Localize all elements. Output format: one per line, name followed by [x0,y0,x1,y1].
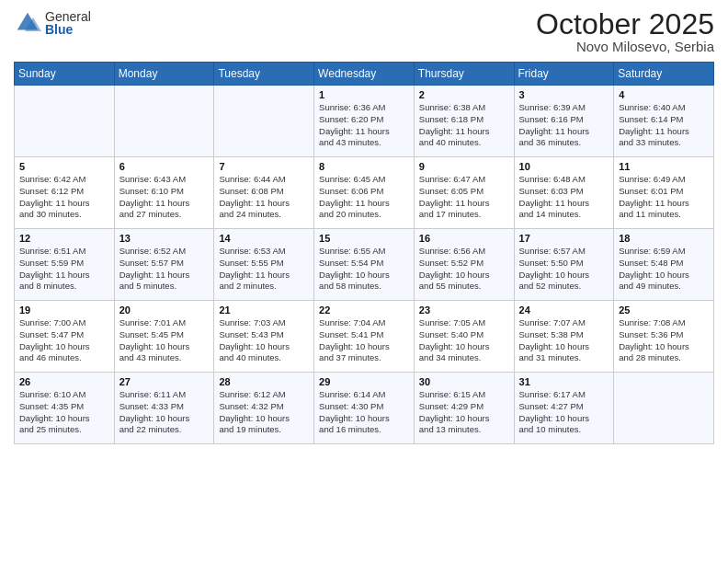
day-number: 7 [219,161,309,172]
day-info: Sunrise: 7:00 AM Sunset: 5:47 PM Dayligh… [19,317,109,364]
day-info: Sunrise: 6:15 AM Sunset: 4:29 PM Dayligh… [419,389,509,436]
table-row [15,86,115,157]
table-row: 17Sunrise: 6:57 AM Sunset: 5:50 PM Dayli… [514,229,614,301]
day-info: Sunrise: 6:10 AM Sunset: 4:35 PM Dayligh… [19,389,109,436]
day-number: 12 [19,233,109,244]
calendar-week-row: 12Sunrise: 6:51 AM Sunset: 5:59 PM Dayli… [15,229,714,301]
day-number: 4 [619,89,709,100]
day-number: 25 [619,304,709,316]
day-info: Sunrise: 6:42 AM Sunset: 6:12 PM Dayligh… [19,174,109,221]
page-container: General Blue October 2025 Novo Milosevo,… [0,0,728,563]
day-number: 14 [219,233,309,244]
day-number: 23 [419,304,509,316]
day-number: 5 [19,161,109,172]
day-info: Sunrise: 6:52 AM Sunset: 5:57 PM Dayligh… [119,246,210,293]
header: General Blue October 2025 Novo Milosevo,… [14,9,714,54]
day-info: Sunrise: 6:53 AM Sunset: 5:55 PM Dayligh… [219,246,309,293]
table-row: 30Sunrise: 6:15 AM Sunset: 4:29 PM Dayli… [414,373,514,444]
day-info: Sunrise: 6:56 AM Sunset: 5:52 PM Dayligh… [419,246,509,293]
table-row: 6Sunrise: 6:43 AM Sunset: 6:10 PM Daylig… [114,157,214,229]
logo-general-text: General [45,10,91,23]
day-number: 18 [619,233,709,244]
table-row: 3Sunrise: 6:39 AM Sunset: 6:16 PM Daylig… [514,86,614,157]
col-sunday: Sunday [15,63,115,86]
day-info: Sunrise: 6:47 AM Sunset: 6:05 PM Dayligh… [419,174,509,221]
logo-blue-text: Blue [45,23,91,36]
calendar-week-row: 1Sunrise: 6:36 AM Sunset: 6:20 PM Daylig… [15,86,714,157]
table-row: 22Sunrise: 7:04 AM Sunset: 5:41 PM Dayli… [314,301,415,373]
logo-icon [14,9,41,37]
table-row: 31Sunrise: 6:17 AM Sunset: 4:27 PM Dayli… [514,373,614,444]
day-info: Sunrise: 6:59 AM Sunset: 5:48 PM Dayligh… [619,246,709,293]
day-number: 13 [119,233,210,244]
day-number: 26 [19,376,109,387]
day-number: 9 [419,161,509,172]
day-number: 17 [519,233,609,244]
day-info: Sunrise: 6:17 AM Sunset: 4:27 PM Dayligh… [519,389,609,436]
table-row: 28Sunrise: 6:12 AM Sunset: 4:32 PM Dayli… [214,373,314,444]
day-number: 31 [519,376,609,387]
day-info: Sunrise: 6:12 AM Sunset: 4:32 PM Dayligh… [219,389,309,436]
day-info: Sunrise: 7:05 AM Sunset: 5:40 PM Dayligh… [419,317,509,364]
table-row: 21Sunrise: 7:03 AM Sunset: 5:43 PM Dayli… [214,301,314,373]
day-number: 3 [519,89,609,100]
day-number: 1 [319,89,409,100]
table-row [114,86,214,157]
table-row: 10Sunrise: 6:48 AM Sunset: 6:03 PM Dayli… [514,157,614,229]
day-number: 11 [619,161,709,172]
table-row: 4Sunrise: 6:40 AM Sunset: 6:14 PM Daylig… [614,86,714,157]
day-number: 27 [119,376,210,387]
col-thursday: Thursday [414,63,514,86]
day-number: 10 [519,161,609,172]
day-info: Sunrise: 6:36 AM Sunset: 6:20 PM Dayligh… [319,102,409,149]
table-row: 16Sunrise: 6:56 AM Sunset: 5:52 PM Dayli… [414,229,514,301]
day-number: 24 [519,304,609,316]
logo: General Blue [14,9,91,37]
day-number: 2 [419,89,509,100]
table-row: 15Sunrise: 6:55 AM Sunset: 5:54 PM Dayli… [314,229,415,301]
day-number: 6 [119,161,210,172]
day-info: Sunrise: 6:57 AM Sunset: 5:50 PM Dayligh… [519,246,609,293]
day-number: 15 [319,233,409,244]
logo-text: General Blue [45,10,91,36]
table-row: 8Sunrise: 6:45 AM Sunset: 6:06 PM Daylig… [314,157,415,229]
table-row [614,373,714,444]
day-info: Sunrise: 6:44 AM Sunset: 6:08 PM Dayligh… [219,174,309,221]
table-row: 5Sunrise: 6:42 AM Sunset: 6:12 PM Daylig… [15,157,115,229]
table-row: 13Sunrise: 6:52 AM Sunset: 5:57 PM Dayli… [114,229,214,301]
day-info: Sunrise: 6:11 AM Sunset: 4:33 PM Dayligh… [119,389,210,436]
table-row: 18Sunrise: 6:59 AM Sunset: 5:48 PM Dayli… [614,229,714,301]
table-row [214,86,314,157]
table-row: 14Sunrise: 6:53 AM Sunset: 5:55 PM Dayli… [214,229,314,301]
table-row: 12Sunrise: 6:51 AM Sunset: 5:59 PM Dayli… [15,229,115,301]
table-row: 24Sunrise: 7:07 AM Sunset: 5:38 PM Dayli… [514,301,614,373]
day-info: Sunrise: 6:14 AM Sunset: 4:30 PM Dayligh… [319,389,409,436]
table-row: 9Sunrise: 6:47 AM Sunset: 6:05 PM Daylig… [414,157,514,229]
table-row: 11Sunrise: 6:49 AM Sunset: 6:01 PM Dayli… [614,157,714,229]
calendar-week-row: 5Sunrise: 6:42 AM Sunset: 6:12 PM Daylig… [15,157,714,229]
table-row: 29Sunrise: 6:14 AM Sunset: 4:30 PM Dayli… [314,373,415,444]
day-info: Sunrise: 6:51 AM Sunset: 5:59 PM Dayligh… [19,246,109,293]
col-friday: Friday [514,63,614,86]
day-number: 19 [19,304,109,316]
month-title: October 2025 [536,9,714,39]
table-row: 26Sunrise: 6:10 AM Sunset: 4:35 PM Dayli… [15,373,115,444]
day-info: Sunrise: 7:07 AM Sunset: 5:38 PM Dayligh… [519,317,609,364]
day-number: 30 [419,376,509,387]
day-number: 22 [319,304,409,316]
location-subtitle: Novo Milosevo, Serbia [536,39,714,54]
table-row: 1Sunrise: 6:36 AM Sunset: 6:20 PM Daylig… [314,86,415,157]
col-monday: Monday [114,63,214,86]
calendar-table: Sunday Monday Tuesday Wednesday Thursday… [14,62,714,444]
day-info: Sunrise: 7:04 AM Sunset: 5:41 PM Dayligh… [319,317,409,364]
calendar-header-row: Sunday Monday Tuesday Wednesday Thursday… [15,63,714,86]
day-number: 8 [319,161,409,172]
day-info: Sunrise: 6:55 AM Sunset: 5:54 PM Dayligh… [319,246,409,293]
day-info: Sunrise: 6:49 AM Sunset: 6:01 PM Dayligh… [619,174,709,221]
day-info: Sunrise: 6:43 AM Sunset: 6:10 PM Dayligh… [119,174,210,221]
table-row: 2Sunrise: 6:38 AM Sunset: 6:18 PM Daylig… [414,86,514,157]
day-info: Sunrise: 6:45 AM Sunset: 6:06 PM Dayligh… [319,174,409,221]
day-info: Sunrise: 6:40 AM Sunset: 6:14 PM Dayligh… [619,102,709,149]
calendar-week-row: 26Sunrise: 6:10 AM Sunset: 4:35 PM Dayli… [15,373,714,444]
day-number: 28 [219,376,309,387]
